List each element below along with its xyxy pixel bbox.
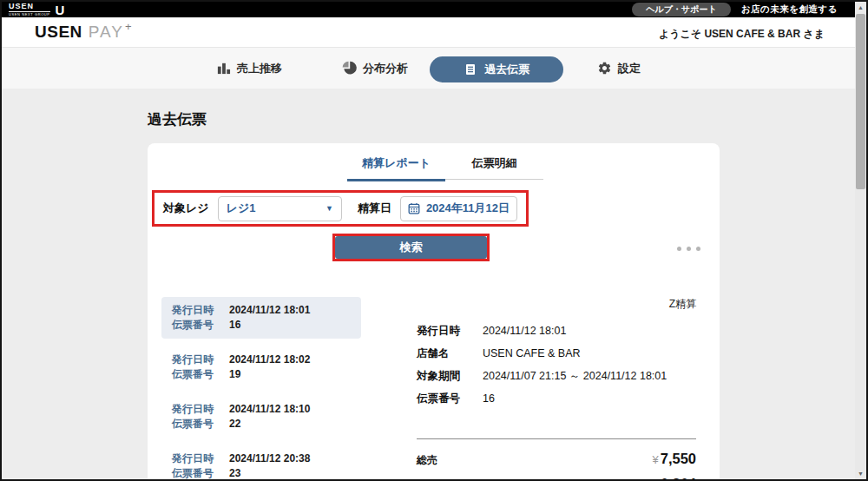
net-sales-value: 6,864 [661, 476, 696, 481]
slogan-link[interactable]: お店の未来を創造する [741, 3, 838, 16]
past-receipts-card: 精算レポート 伝票明細 対象レジ レジ1 ▼ 精算日 2024年11月12日 検… [148, 143, 720, 481]
vertical-scrollbar[interactable]: ▲ ▼ [855, 2, 866, 479]
page-title: 過去伝票 [148, 109, 207, 129]
detail-label: 店舗名 [417, 347, 483, 360]
calendar-icon [408, 202, 420, 214]
nav-label-past-receipts: 過去伝票 [484, 62, 529, 77]
welcome-text: ようこそ USEN CAFE & BAR さま [659, 27, 825, 42]
nav-label-distribution: 分布分析 [363, 61, 408, 76]
issued-at-value: 2024/11/12 20:38 [229, 451, 310, 466]
usen-u-icon: U [56, 3, 65, 16]
tab-settlement-report[interactable]: 精算レポート [347, 155, 445, 181]
detail-value: USEN CAFE & BAR [483, 347, 581, 360]
register-label: 対象レジ [163, 201, 209, 216]
nav-label-sales-trend: 売上推移 [237, 61, 282, 76]
detail-value: 2024/11/07 21:15 ～ 2024/11/12 18:01 [483, 370, 667, 383]
usen-logo-text: USEN USEN NEXT GROUP [9, 3, 50, 16]
usen-logo-usen: USEN [9, 3, 50, 12]
scroll-up-icon[interactable]: ▲ [855, 4, 866, 10]
more-options-icon[interactable] [677, 247, 700, 251]
pie-chart-icon [342, 61, 357, 76]
scroll-down-icon[interactable]: ▼ [855, 471, 866, 477]
receipt-list-item[interactable]: 発行日時2024/11/12 20:38 伝票番号23 [161, 445, 361, 481]
issued-at-label: 発行日時 [172, 451, 229, 466]
detail-value: 16 [483, 392, 495, 405]
chevron-down-icon: ▼ [326, 204, 333, 213]
issued-at-value: 2024/11/12 18:10 [229, 402, 310, 417]
gross-sales-value: 7,550 [661, 451, 696, 466]
receipt-number-label: 伝票番号 [172, 466, 229, 481]
issued-at-value: 2024/11/12 18:02 [229, 353, 310, 367]
receipt-list: 発行日時2024/11/12 18:01 伝票番号16 発行日時2024/11/… [161, 297, 361, 481]
gear-icon [597, 61, 612, 76]
issued-at-label: 発行日時 [172, 303, 229, 318]
receipt-number-value: 23 [229, 466, 240, 481]
search-button[interactable]: 検索 [335, 236, 487, 259]
receipt-number-label: 伝票番号 [172, 318, 229, 333]
nav-label-settings: 設定 [618, 61, 641, 76]
yen-symbol: ¥ [652, 453, 658, 466]
detail-label: 対象期間 [417, 370, 483, 383]
settlement-date-value: 2024年11月12日 [426, 201, 510, 216]
issued-at-value: 2024/11/12 18:01 [229, 303, 310, 318]
gross-sales-label: 総売 [417, 453, 437, 468]
totals-section: 総売 ¥7,550 純売 ¥6,864 [417, 439, 696, 481]
report-tabs: 精算レポート 伝票明細 [347, 155, 543, 181]
bar-chart-icon [216, 61, 231, 76]
brand-pay: PAY [89, 23, 124, 42]
receipt-number-value: 19 [229, 367, 240, 382]
topbar-right: ヘルプ・サポート お店の未来を創造する [632, 3, 838, 16]
report-type-badge: Z精算 [417, 297, 696, 312]
detail-label: 伝票番号 [417, 392, 483, 405]
receipt-list-item[interactable]: 発行日時2024/11/12 18:01 伝票番号16 [161, 297, 361, 339]
top-black-bar: USEN USEN NEXT GROUP U ヘルプ・サポート お店の未来を創造… [2, 2, 866, 17]
brand-usen: USEN [35, 23, 82, 42]
nav-item-sales-trend[interactable]: 売上推移 [216, 48, 282, 89]
register-select[interactable]: レジ1 ▼ [218, 196, 342, 221]
usen-next-group-logo[interactable]: USEN USEN NEXT GROUP U [9, 3, 64, 16]
nav-item-distribution[interactable]: 分布分析 [342, 48, 408, 89]
annotation-filter-highlight: 対象レジ レジ1 ▼ 精算日 2024年11月12日 [152, 190, 529, 227]
nav-item-settings[interactable]: 設定 [597, 48, 641, 89]
receipt-number-label: 伝票番号 [172, 417, 229, 432]
receipt-number-label: 伝票番号 [172, 367, 229, 382]
receipt-number-value: 22 [229, 417, 240, 432]
detail-rows: 発行日時2024/11/12 18:01 店舗名USEN CAFE & BAR … [417, 325, 696, 405]
settlement-date-picker[interactable]: 2024年11月12日 [400, 196, 517, 221]
app-header: USEN PAY + ようこそ USEN CAFE & BAR さま [2, 17, 866, 48]
nav-item-past-receipts[interactable]: 過去伝票 [430, 56, 563, 82]
scrollbar-thumb[interactable] [856, 14, 865, 189]
receipt-icon [464, 63, 477, 76]
register-select-value: レジ1 [227, 201, 256, 216]
usen-pay-logo[interactable]: USEN PAY + [35, 23, 132, 42]
settlement-detail-panel: Z精算 発行日時2024/11/12 18:01 店舗名USEN CAFE & … [417, 297, 696, 481]
detail-value: 2024/11/12 18:01 [483, 325, 566, 338]
detail-label: 発行日時 [417, 325, 483, 338]
brand-plus: + [125, 20, 132, 33]
annotation-search-highlight: 検索 [332, 234, 490, 261]
help-support-button[interactable]: ヘルプ・サポート [632, 3, 730, 16]
tab-receipt-details[interactable]: 伝票明細 [445, 155, 543, 180]
app-window: USEN USEN NEXT GROUP U ヘルプ・サポート お店の未来を創造… [0, 0, 868, 481]
main-nav: 売上推移 分布分析 過去伝票 設定 [2, 48, 866, 89]
receipt-list-item[interactable]: 発行日時2024/11/12 18:10 伝票番号22 [161, 396, 361, 438]
usen-logo-group: USEN NEXT GROUP [9, 13, 50, 16]
receipt-list-item[interactable]: 発行日時2024/11/12 18:02 伝票番号19 [161, 346, 361, 388]
issued-at-label: 発行日時 [172, 353, 229, 367]
issued-at-label: 発行日時 [172, 402, 229, 417]
receipt-number-value: 16 [229, 318, 240, 333]
settlement-date-label: 精算日 [358, 201, 391, 216]
